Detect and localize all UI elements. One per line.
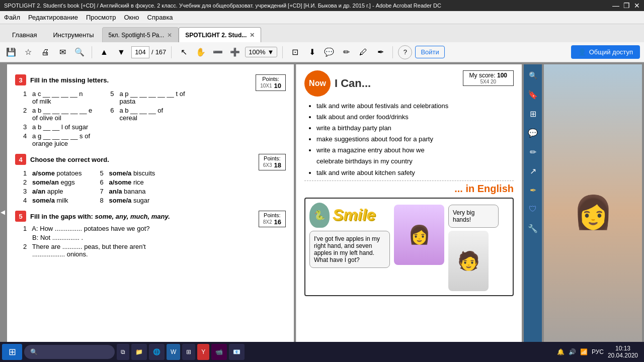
pen-button[interactable]: ✏: [339, 45, 353, 59]
taskbar: ⊞ ⧉ 📁 🌐 W ⊞ Y 📹 📧 🔔 🔊 📶 РУС 10:13 20.04.…: [0, 342, 644, 362]
tab-doc2-close[interactable]: ✕: [250, 32, 255, 39]
annotate-icon[interactable]: ✏: [526, 145, 540, 159]
left-panel[interactable]: ◀: [0, 62, 5, 362]
page-input[interactable]: [131, 46, 149, 58]
prev-page-button[interactable]: ▲: [97, 45, 111, 59]
ex3-right-col: 5 a p __ __ __ __ __ t of pasta 6 a b __…: [102, 88, 185, 149]
ex5-number: 5: [15, 211, 26, 222]
tab-doc2[interactable]: SPOTLIGHT 2. Stud... ✕: [179, 27, 261, 42]
page-content: Points: 10X1 10 3 Fill in the missing le…: [5, 62, 644, 362]
speech-bubble-right: Very big hands!: [448, 205, 499, 228]
left-arrow-icon: ◀: [1, 209, 5, 216]
cursor-tool[interactable]: ↖: [177, 45, 191, 59]
now-i-can-list: talk and write about festivals and celeb…: [316, 101, 514, 178]
bookmark-sidebar-icon[interactable]: 🔖: [526, 87, 540, 102]
zoom-in-button[interactable]: ➕: [228, 45, 242, 59]
separator3: [282, 46, 283, 58]
sign-button[interactable]: ✒: [373, 45, 387, 59]
tab-doc1[interactable]: 5кл. Spotlight-5 Ра... ✕: [102, 27, 179, 42]
search-button[interactable]: 🔍: [72, 45, 87, 59]
exercise4: Points: 6X3 18 4 Choose the correct word…: [15, 154, 286, 206]
next-page-button[interactable]: ▼: [114, 45, 128, 59]
tools-sidebar-icon[interactable]: 🔧: [526, 221, 540, 235]
menu-file[interactable]: Файл: [4, 14, 20, 21]
score-value: 100: [497, 72, 507, 79]
ex4-item1: 1 a/some potatoes: [23, 169, 82, 177]
volume-icon[interactable]: 🔊: [569, 348, 576, 355]
now-item6: talk and write about kitchen safety: [316, 167, 514, 178]
pages-icon[interactable]: ⊞: [526, 107, 540, 121]
character-left: 👩: [394, 205, 444, 265]
comment-sidebar-icon[interactable]: 💬: [526, 126, 540, 140]
ex5-item1b: B: Not ............... .: [23, 234, 286, 241]
windows-button[interactable]: ⊞: [182, 344, 195, 360]
network-icon[interactable]: 📶: [580, 348, 588, 355]
menu-edit[interactable]: Редактирование: [28, 14, 78, 21]
ex5-item1a: 1 A: How ............... potatoes have w…: [23, 225, 286, 232]
close-button[interactable]: ✕: [634, 2, 640, 10]
tab-bar: Главная Инструменты 5кл. Spotlight-5 Ра.…: [0, 24, 644, 42]
task-view-button[interactable]: ⧉: [117, 344, 129, 360]
webcam-video: 👩: [544, 64, 642, 360]
tab-home[interactable]: Главная: [4, 27, 45, 42]
score-num: 20: [491, 79, 496, 84]
zoom-dropdown[interactable]: 100% ▼: [245, 47, 277, 57]
hand-tool[interactable]: ✋: [194, 45, 208, 59]
tab-doc1-close[interactable]: ✕: [167, 32, 172, 39]
download-button[interactable]: ⬇: [305, 45, 319, 59]
ex4-points-label: Points:: [263, 155, 281, 161]
webcam-panel: 👩: [544, 64, 642, 360]
share-label: Общий доступ: [589, 48, 633, 56]
share-sidebar-icon[interactable]: ↗: [526, 164, 540, 178]
zoom-arrow: ▼: [268, 48, 274, 56]
menu-bar: Файл Редактирование Просмотр Окно Справк…: [0, 11, 644, 24]
browser-button[interactable]: 🌐: [149, 344, 165, 360]
start-button[interactable]: ⊞: [2, 344, 22, 360]
highlight-button[interactable]: 🖊: [356, 45, 370, 59]
search-taskbar[interactable]: [24, 345, 115, 359]
lang-indicator[interactable]: РУС: [592, 348, 604, 355]
crop-button[interactable]: ⊡: [288, 45, 302, 59]
maximize-button[interactable]: ❐: [623, 2, 630, 10]
ex4-number: 4: [15, 154, 26, 165]
ex3-formula: 10X1: [260, 83, 272, 88]
file-explorer-button[interactable]: 📁: [131, 344, 147, 360]
ex3-content: 1 a c __ __ __ __ n of milk 2 a b __ __ …: [15, 88, 256, 149]
zoom-page-icon[interactable]: 🔍: [526, 68, 540, 82]
email-taskbar-button[interactable]: 📧: [229, 344, 245, 360]
clock: 10:13 20.04.2020: [608, 345, 638, 359]
sign-sidebar-icon[interactable]: ✒: [526, 183, 540, 197]
right-sidebar: 🔍 🔖 ⊞ 💬 ✏ ↗ ✒ 🛡 🔧 ◀: [524, 64, 542, 360]
comment-button[interactable]: 💬: [322, 45, 336, 59]
zoom-value: 100%: [249, 48, 265, 56]
minimize-button[interactable]: —: [612, 2, 619, 10]
print-button[interactable]: 🖨: [38, 45, 52, 59]
ex3-title: Fill in the missing letters.: [30, 76, 109, 84]
bookmark-button[interactable]: ☆: [21, 45, 35, 59]
email-button[interactable]: ✉: [55, 45, 69, 59]
menu-view[interactable]: Просмотр: [86, 14, 116, 21]
video-button[interactable]: 📹: [211, 344, 227, 360]
system-tray: 🔔 🔊 📶 РУС 10:13 20.04.2020: [557, 345, 642, 359]
help-button[interactable]: ?: [398, 45, 412, 59]
speech-bubble-left: I've got five apples in my right hand, a…: [309, 231, 390, 268]
notification-icon[interactable]: 🔔: [557, 348, 565, 355]
save-button[interactable]: 💾: [4, 45, 18, 59]
signin-button[interactable]: Войти: [415, 46, 444, 58]
word-button[interactable]: W: [167, 344, 180, 360]
ex3-number: 3: [15, 74, 26, 85]
yandex-button[interactable]: Y: [197, 344, 209, 360]
menu-help[interactable]: Справка: [147, 14, 173, 21]
menu-window[interactable]: Окно: [124, 14, 139, 21]
zoom-out-button[interactable]: ➖: [211, 45, 225, 59]
exercise4-header: 4 Choose the correct word.: [15, 154, 259, 165]
tab-tools[interactable]: Инструменты: [45, 27, 102, 42]
ex4-item5: 5 some/a biscuits: [100, 169, 155, 177]
exercise3: Points: 10X1 10 3 Fill in the missing le…: [15, 74, 286, 149]
share-button[interactable]: 👤 Общий доступ: [571, 45, 640, 59]
ex4-item4: 4 some/a milk: [23, 197, 82, 204]
ex3-points-label: Points:: [260, 76, 281, 82]
protect-icon[interactable]: 🛡: [526, 202, 540, 216]
character-right: 🧑: [448, 231, 489, 291]
now-item3: write a birthday party plan: [316, 123, 514, 134]
